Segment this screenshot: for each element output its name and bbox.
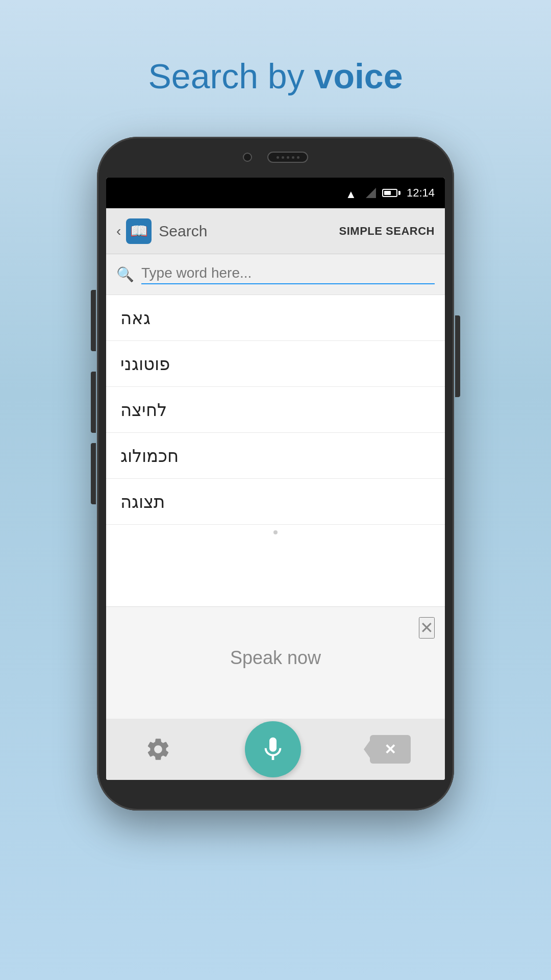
search-icon: 🔍 — [116, 266, 134, 283]
results-list: גאה פוטוגני לחיצה חכמולוג תצוגה — [106, 295, 445, 606]
voice-panel: ✕ Speak now — [106, 606, 445, 719]
signal-icon — [366, 188, 376, 198]
page-headline: Search by voice — [148, 56, 403, 96]
headline-part1: Search by — [148, 57, 314, 95]
search-input-row: 🔍 — [106, 254, 445, 295]
app-bar: ‹ 📖 Search SIMPLE SEARCH — [106, 208, 445, 254]
screen: 12:14 ‹ 📖 Search SIMPLE SEARCH 🔍 גאה פוט… — [106, 178, 445, 780]
list-item[interactable]: לחיצה — [106, 387, 445, 433]
status-bar: 12:14 — [106, 178, 445, 208]
delete-button[interactable]: ✕ — [370, 735, 411, 764]
wifi-icon — [345, 188, 360, 198]
speaker-grille — [267, 152, 308, 163]
list-item-text: תצוגה — [120, 492, 165, 512]
headline-bold: voice — [314, 57, 403, 95]
battery-indicator — [382, 189, 400, 197]
app-icon: 📖 — [126, 218, 152, 244]
delete-x-icon: ✕ — [384, 741, 396, 758]
list-item[interactable]: פוטוגני — [106, 341, 445, 387]
search-input[interactable] — [141, 265, 435, 284]
list-item-text: פוטוגני — [120, 354, 170, 374]
phone-top-sensors — [97, 137, 454, 178]
list-item-text: לחיצה — [120, 400, 167, 420]
microphone-button[interactable] — [245, 721, 301, 777]
speak-now-label: Speak now — [230, 647, 321, 669]
settings-button[interactable] — [140, 731, 176, 767]
keyboard-row: ✕ — [106, 719, 445, 780]
app-icon-emoji: 📖 — [130, 223, 148, 239]
headline-text: Search by voice — [148, 57, 403, 95]
camera-dot — [243, 153, 252, 162]
gear-icon — [145, 736, 171, 763]
list-item[interactable]: גאה — [106, 295, 445, 341]
list-item-text: חכמולוג — [120, 446, 179, 466]
simple-search-button[interactable]: SIMPLE SEARCH — [339, 225, 435, 238]
status-time: 12:14 — [407, 186, 435, 200]
list-item-text: גאה — [120, 308, 151, 328]
close-button[interactable]: ✕ — [419, 617, 435, 639]
dot-row — [106, 525, 445, 540]
list-item[interactable]: תצוגה — [106, 479, 445, 525]
list-item[interactable]: חכמולוג — [106, 433, 445, 479]
back-arrow-icon[interactable]: ‹ — [116, 223, 121, 239]
phone-shell: 12:14 ‹ 📖 Search SIMPLE SEARCH 🔍 גאה פוט… — [97, 137, 454, 811]
app-bar-title: Search — [159, 223, 339, 240]
mic-icon — [259, 735, 287, 764]
dot-indicator — [273, 530, 278, 534]
